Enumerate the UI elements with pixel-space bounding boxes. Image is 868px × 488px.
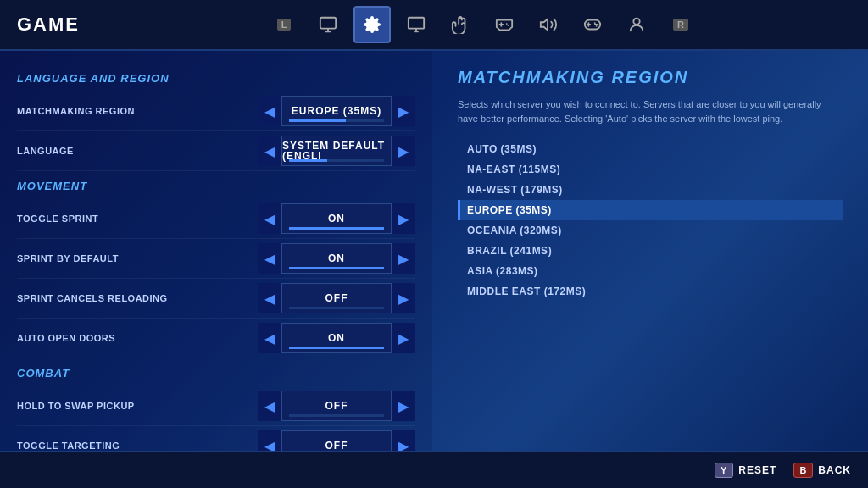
setting-label-language: LANGUAGE (17, 146, 258, 156)
page-title: GAME (17, 14, 80, 36)
reset-button[interactable]: Y RESET (715, 463, 776, 478)
value-bar-fill-toggle-sprint (289, 227, 384, 230)
arrow-right-toggle-targeting[interactable]: ▶ (392, 430, 415, 451)
arrow-left-auto-open-doors[interactable]: ◀ (258, 323, 281, 353)
arrow-left-hold-to-swap-pickup[interactable]: ◀ (258, 391, 281, 421)
back-badge: B (793, 463, 813, 478)
setting-control-toggle-sprint: ◀ON▶ (258, 203, 415, 234)
arrow-left-language[interactable]: ◀ (258, 136, 281, 166)
settings-panel: LANGUAGE AND REGIONMATCHMAKING REGION◀EU… (0, 51, 432, 451)
value-bar-fill-sprint-by-default (289, 267, 384, 269)
region-item-auto[interactable]: AUTO (35MS) (458, 139, 843, 159)
value-bar-hold-to-swap-pickup (289, 414, 384, 417)
svg-rect-1 (409, 18, 424, 29)
setting-control-language: ◀SYSTEM DEFAULT (ENGLI▶ (258, 136, 415, 166)
region-item-brazil[interactable]: BRAZIL (241MS) (458, 241, 843, 261)
nav-icons: L (114, 6, 851, 43)
hand-nav-icon[interactable] (442, 6, 479, 43)
value-text-sprint-by-default: ON (328, 253, 345, 263)
arrow-right-toggle-sprint[interactable]: ▶ (392, 203, 415, 234)
monitor-nav-icon[interactable] (309, 6, 347, 43)
setting-row-sprint-cancels-reloading: SPRINT CANCELS RELOADING◀OFF▶ (17, 279, 415, 319)
value-box-sprint-by-default: ON (281, 243, 392, 274)
value-bar-fill-language (289, 159, 327, 162)
setting-control-hold-to-swap-pickup: ◀OFF▶ (258, 391, 415, 421)
setting-row-sprint-by-default: SPRINT BY DEFAULT◀ON▶ (17, 239, 415, 279)
setting-label-matchmaking-region: MATCHMAKING REGION (17, 106, 258, 116)
region-list: AUTO (35MS)NA-EAST (115MS)NA-WEST (179MS… (458, 139, 843, 302)
keyboard-nav-icon[interactable]: L (265, 6, 303, 43)
value-box-toggle-sprint: ON (281, 203, 392, 234)
back-button[interactable]: B BACK (793, 463, 851, 478)
svg-point-7 (596, 25, 598, 27)
arrow-left-matchmaking-region[interactable]: ◀ (258, 96, 281, 126)
reset-label: RESET (738, 464, 776, 476)
section-title-movement: MOVEMENT (17, 180, 415, 192)
setting-control-sprint-by-default: ◀ON▶ (258, 243, 415, 274)
controller-nav-icon[interactable] (574, 6, 611, 43)
value-text-sprint-cancels-reloading: OFF (326, 293, 348, 303)
value-bar-auto-open-doors (289, 347, 384, 349)
value-bar-sprint-by-default (289, 267, 384, 269)
gear-nav-icon[interactable] (353, 6, 391, 43)
value-bar-matchmaking-region (289, 119, 384, 122)
region-item-europe[interactable]: EUROPE (35MS) (458, 200, 843, 220)
setting-label-hold-to-swap-pickup: HOLD TO SWAP PICKUP (17, 401, 258, 411)
region-item-middle-east[interactable]: MIDDLE EAST (172MS) (458, 281, 843, 302)
footer: Y RESET B BACK (0, 451, 868, 488)
setting-row-auto-open-doors: AUTO OPEN DOORS◀ON▶ (17, 319, 415, 358)
region-item-na-east[interactable]: NA-EAST (115MS) (458, 159, 843, 180)
setting-control-toggle-targeting: ◀OFF▶ (258, 430, 415, 451)
arrow-left-toggle-sprint[interactable]: ◀ (258, 203, 281, 234)
value-bar-fill-auto-open-doors (289, 347, 384, 349)
value-bar-toggle-sprint (289, 227, 384, 230)
value-box-language: SYSTEM DEFAULT (ENGLI (281, 136, 392, 166)
svg-point-8 (633, 19, 639, 25)
arrow-right-language[interactable]: ▶ (392, 136, 415, 166)
arrow-left-toggle-targeting[interactable]: ◀ (258, 430, 281, 451)
main-content: LANGUAGE AND REGIONMATCHMAKING REGION◀EU… (0, 51, 868, 451)
setting-control-auto-open-doors: ◀ON▶ (258, 323, 415, 353)
display-nav-icon[interactable] (398, 6, 435, 43)
arrow-left-sprint-by-default[interactable]: ◀ (258, 243, 281, 274)
value-bar-fill-matchmaking-region (289, 119, 346, 122)
setting-row-toggle-sprint: TOGGLE SPRINT◀ON▶ (17, 199, 415, 239)
setting-row-toggle-targeting: TOGGLE TARGETING◀OFF▶ (17, 426, 415, 451)
back-label: BACK (818, 464, 851, 476)
setting-label-toggle-sprint: TOGGLE SPRINT (17, 214, 258, 224)
value-text-toggle-sprint: ON (328, 214, 345, 224)
value-box-auto-open-doors: ON (281, 323, 392, 353)
value-text-language: SYSTEM DEFAULT (ENGLI (282, 141, 391, 161)
value-box-toggle-targeting: OFF (281, 430, 392, 451)
region-item-oceania[interactable]: OCEANIA (320MS) (458, 220, 843, 241)
value-box-sprint-cancels-reloading: OFF (281, 283, 392, 313)
setting-label-auto-open-doors: AUTO OPEN DOORS (17, 333, 258, 343)
region-item-asia[interactable]: ASIA (283MS) (458, 261, 843, 281)
section-title-language-and-region: LANGUAGE AND REGION (17, 72, 415, 85)
value-bar-language (289, 159, 384, 162)
value-bar-sprint-cancels-reloading (289, 307, 384, 309)
arrow-right-matchmaking-region[interactable]: ▶ (392, 96, 415, 126)
value-text-matchmaking-region: EUROPE (35MS) (292, 106, 381, 116)
profile-nav-icon[interactable] (618, 6, 655, 43)
value-text-auto-open-doors: ON (328, 333, 345, 343)
setting-control-matchmaking-region: ◀EUROPE (35MS)▶ (258, 96, 415, 126)
setting-label-sprint-by-default: SPRINT BY DEFAULT (17, 253, 258, 263)
setting-label-toggle-targeting: TOGGLE TARGETING (17, 441, 258, 451)
arrow-right-hold-to-swap-pickup[interactable]: ▶ (392, 391, 415, 421)
arrow-left-sprint-cancels-reloading[interactable]: ◀ (258, 283, 281, 313)
arrow-right-sprint-by-default[interactable]: ▶ (392, 243, 415, 274)
arrow-right-sprint-cancels-reloading[interactable]: ▶ (392, 283, 415, 313)
value-box-matchmaking-region: EUROPE (35MS) (281, 96, 392, 126)
value-text-toggle-targeting: OFF (326, 441, 348, 451)
gamepad-nav-icon[interactable] (486, 6, 523, 43)
audio-nav-icon[interactable] (530, 6, 567, 43)
region-item-na-west[interactable]: NA-WEST (179MS) (458, 180, 843, 200)
r-badge-icon[interactable]: R (662, 6, 699, 43)
header: GAME L (0, 0, 868, 51)
svg-marker-4 (541, 19, 548, 30)
detail-title: MATCHMAKING REGION (458, 68, 843, 87)
setting-row-matchmaking-region: MATCHMAKING REGION◀EUROPE (35MS)▶ (17, 92, 415, 131)
setting-row-language: LANGUAGE◀SYSTEM DEFAULT (ENGLI▶ (17, 131, 415, 171)
arrow-right-auto-open-doors[interactable]: ▶ (392, 323, 415, 353)
